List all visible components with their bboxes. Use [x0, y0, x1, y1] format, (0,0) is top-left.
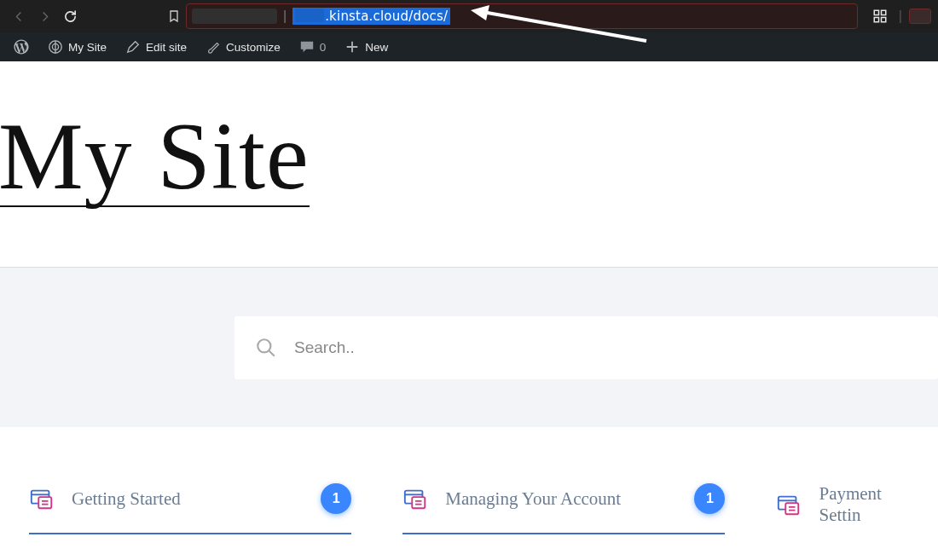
page-content: My Site Getting Started 1 — [0, 61, 938, 560]
edit-site-label: Edit site — [146, 41, 187, 54]
my-site-label: My Site — [68, 41, 107, 54]
svg-rect-2 — [874, 18, 878, 22]
url-obscured-segment — [192, 9, 277, 24]
pencil-ruler-icon — [125, 39, 141, 55]
comments-count: 0 — [320, 41, 327, 54]
docs-cards-row: Getting Started 1 Managing Your Account … — [0, 427, 938, 541]
svg-rect-0 — [874, 10, 878, 14]
url-selected-text: .kinsta.cloud/docs/ — [292, 8, 450, 25]
plus-icon — [345, 39, 360, 55]
svg-rect-1 — [881, 10, 885, 14]
url-visible-text: .kinsta.cloud/docs/ — [325, 9, 448, 24]
docs-search-hero — [0, 267, 938, 427]
wp-logo[interactable] — [5, 32, 38, 61]
doc-card-title: Managing Your Account — [445, 488, 677, 510]
nav-arrows — [7, 4, 82, 28]
folder-doc-icon — [776, 492, 802, 517]
dashboard-icon — [48, 39, 63, 55]
folder-doc-icon — [402, 486, 428, 511]
browser-right-controls: | — [868, 4, 931, 28]
my-site-link[interactable]: My Site — [39, 32, 115, 61]
browser-toolbar: | .kinsta.cloud/docs/ | — [0, 0, 938, 32]
doc-card-count-badge: 1 — [321, 483, 351, 514]
back-button[interactable] — [7, 4, 31, 28]
folder-doc-icon — [29, 486, 55, 511]
svg-rect-3 — [881, 18, 885, 22]
address-bar[interactable]: | .kinsta.cloud/docs/ — [186, 3, 858, 29]
separator: | — [899, 9, 902, 24]
profile-chip[interactable] — [909, 9, 931, 24]
address-bar-area: | .kinsta.cloud/docs/ — [162, 3, 858, 29]
wordpress-icon — [14, 39, 29, 55]
doc-card-count-badge: 1 — [694, 483, 725, 514]
wp-admin-bar: My Site Edit site Customize 0 New — [0, 32, 938, 61]
doc-card-payment-settings[interactable]: Payment Settin — [762, 468, 938, 541]
extensions-grid-icon[interactable] — [868, 4, 892, 28]
edit-site-link[interactable]: Edit site — [117, 32, 195, 61]
new-label: New — [365, 41, 388, 54]
brush-icon — [206, 39, 221, 55]
forward-button[interactable] — [32, 4, 56, 28]
reload-button[interactable] — [58, 4, 82, 28]
url-separator: | — [281, 9, 289, 24]
comment-icon — [299, 39, 315, 55]
site-title[interactable]: My Site — [0, 108, 310, 207]
customize-label: Customize — [226, 41, 281, 54]
svg-rect-13 — [412, 497, 425, 508]
svg-line-9 — [269, 350, 275, 356]
search-icon — [255, 337, 277, 359]
doc-card-title: Getting Started — [72, 488, 304, 510]
bookmark-button[interactable] — [162, 9, 186, 23]
doc-card-getting-started[interactable]: Getting Started 1 — [15, 468, 365, 541]
doc-card-managing-account[interactable]: Managing Your Account 1 — [389, 468, 738, 541]
docs-search-box[interactable] — [234, 316, 938, 379]
svg-rect-15 — [786, 503, 799, 514]
doc-card-title: Payment Settin — [819, 483, 924, 526]
new-link[interactable]: New — [336, 32, 397, 61]
docs-search-input[interactable] — [294, 338, 918, 357]
customize-link[interactable]: Customize — [197, 32, 289, 61]
svg-point-8 — [258, 339, 270, 352]
comments-link[interactable]: 0 — [291, 32, 335, 61]
url-obscured-subdomain — [295, 9, 324, 22]
svg-rect-11 — [38, 497, 51, 508]
